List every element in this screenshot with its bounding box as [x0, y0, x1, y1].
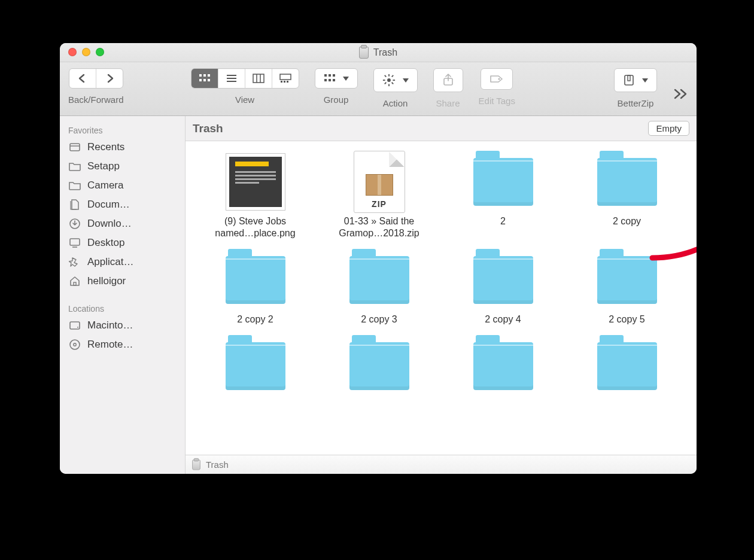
body: Favorites Recents Setapp Camera Docum… D…	[60, 116, 697, 474]
content-area[interactable]: (9) Steve Jobsnamed…place.pngZIP01-33 » …	[186, 141, 697, 455]
betterzip-button[interactable]	[614, 68, 657, 92]
svg-rect-1	[203, 74, 206, 77]
file-item-label: 2	[500, 215, 506, 227]
fullscreen-window-button[interactable]	[96, 48, 104, 56]
image-thumbnail-icon	[226, 152, 285, 212]
back-button[interactable]	[69, 69, 96, 88]
svg-rect-21	[333, 79, 335, 81]
file-item-label: 2 copy	[613, 215, 641, 227]
applications-icon	[68, 256, 81, 268]
back-forward-label: Back/Forward	[68, 95, 124, 105]
sidebar-item-camera[interactable]: Camera	[60, 176, 185, 195]
sidebar-item-desktop[interactable]: Desktop	[60, 233, 185, 252]
svg-point-22	[387, 78, 391, 82]
svg-rect-0	[199, 74, 202, 77]
sidebar-item-home[interactable]: helloigor	[60, 272, 185, 291]
file-item[interactable]: 2 copy 5	[568, 250, 686, 325]
sidebar-item-label: Macinto…	[87, 319, 133, 331]
path-bar-label: Trash	[206, 459, 229, 470]
edit-tags-button[interactable]	[481, 68, 513, 90]
svg-rect-9	[253, 74, 264, 83]
svg-rect-18	[333, 74, 335, 77]
forward-button[interactable]	[96, 69, 123, 88]
svg-rect-26	[393, 80, 395, 81]
sidebar-item-label: Setapp	[87, 160, 120, 172]
file-item[interactable]: 2 copy 4	[444, 250, 562, 325]
betterzip-label: BetterZip	[618, 98, 654, 108]
sidebar-item-applications[interactable]: Applicat…	[60, 252, 185, 272]
sidebar-item-label: Camera	[87, 179, 123, 191]
file-item-label: 2 copy 2	[237, 314, 273, 325]
sidebar-item-recents[interactable]: Recents	[60, 138, 185, 157]
chevron-down-icon	[403, 78, 409, 83]
folder-icon	[473, 152, 533, 212]
share-label: Share	[436, 98, 460, 108]
svg-point-44	[74, 343, 76, 346]
svg-rect-34	[628, 75, 630, 81]
view-list-button[interactable]	[218, 69, 245, 88]
folder-icon	[473, 250, 533, 310]
svg-rect-35	[70, 144, 80, 151]
trash-icon	[192, 459, 200, 470]
group-button[interactable]	[315, 68, 358, 89]
folder-icon	[68, 160, 81, 172]
file-item[interactable]: ZIP01-33 » Said theGramop…2018.zip	[320, 152, 438, 239]
chevron-down-icon	[343, 77, 349, 81]
group-group: Group	[315, 68, 358, 105]
svg-rect-16	[324, 74, 327, 77]
sidebar-item-macintosh[interactable]: Macinto…	[60, 316, 185, 335]
file-item[interactable]	[196, 336, 314, 400]
svg-rect-20	[329, 79, 331, 81]
file-item-label: 2 copy 5	[609, 314, 644, 325]
sidebar-item-label: Desktop	[87, 237, 124, 249]
svg-rect-19	[324, 79, 327, 81]
file-item[interactable]	[444, 336, 562, 400]
file-item-label: 2 copy 3	[361, 314, 397, 325]
view-icons-button[interactable]	[191, 69, 218, 88]
file-item[interactable]: 2 copy 2	[196, 250, 314, 325]
svg-point-43	[70, 340, 80, 349]
sidebar-item-label: Applicat…	[87, 256, 133, 268]
svg-rect-25	[382, 80, 385, 81]
window-title-text: Trash	[373, 47, 397, 58]
svg-rect-4	[203, 79, 206, 81]
svg-rect-23	[388, 74, 390, 77]
sidebar-item-setapp[interactable]: Setapp	[60, 157, 185, 176]
file-item-label: 01-33 » Said theGramop…2018.zip	[339, 215, 419, 239]
action-button[interactable]	[373, 68, 418, 92]
downloads-icon	[68, 218, 81, 230]
titlebar: Trash	[60, 43, 697, 62]
empty-trash-button[interactable]: Empty	[648, 121, 689, 136]
close-window-button[interactable]	[68, 48, 77, 56]
svg-rect-27	[384, 75, 387, 77]
sidebar-item-documents[interactable]: Docum…	[60, 195, 185, 214]
svg-rect-41	[70, 322, 80, 329]
toolbar-overflow-button[interactable]	[673, 89, 688, 99]
share-button[interactable]	[433, 68, 463, 92]
file-item[interactable]: (9) Steve Jobsnamed…place.png	[196, 152, 314, 239]
folder-icon	[349, 250, 409, 310]
minimize-window-button[interactable]	[82, 48, 90, 56]
folder-icon	[597, 336, 657, 396]
svg-rect-38	[70, 239, 80, 245]
desktop-icon	[68, 237, 81, 249]
svg-rect-24	[388, 84, 390, 86]
svg-point-32	[498, 78, 500, 80]
file-item[interactable]: 2 copy 3	[320, 250, 438, 325]
file-item[interactable]: 2	[444, 152, 562, 239]
file-item[interactable]	[568, 336, 686, 400]
view-gallery-button[interactable]	[272, 69, 299, 88]
sidebar-item-downloads[interactable]: Downlo…	[60, 214, 185, 233]
sidebar-item-label: helloigor	[87, 275, 126, 287]
tags-label: Edit Tags	[479, 96, 515, 106]
group-label: Group	[324, 95, 349, 105]
sidebar-item-remote[interactable]: Remote…	[60, 335, 185, 354]
file-item[interactable]	[320, 336, 438, 400]
svg-rect-15	[287, 81, 288, 83]
view-columns-button[interactable]	[245, 69, 272, 88]
recents-icon	[68, 141, 81, 153]
svg-rect-2	[208, 74, 210, 77]
svg-rect-17	[329, 74, 331, 77]
svg-rect-29	[391, 75, 394, 77]
file-item[interactable]: 2 copy	[568, 152, 686, 239]
